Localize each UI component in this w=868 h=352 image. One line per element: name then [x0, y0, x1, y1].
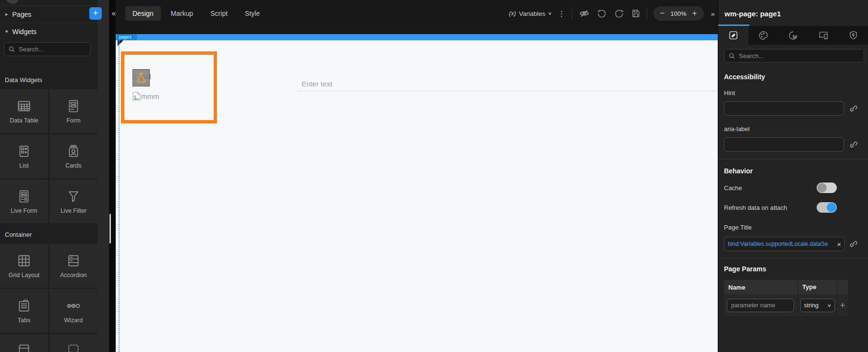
clear-bind-icon[interactable]: ×: [837, 240, 841, 248]
cache-toggle[interactable]: [817, 182, 837, 193]
sidebar-edge-strip: [97, 0, 109, 352]
panel-resize-handle[interactable]: [109, 214, 111, 243]
param-type-select[interactable]: string ∨: [800, 299, 835, 312]
page-tab[interactable]: page1: [117, 34, 137, 40]
page-selection-outline: [119, 40, 120, 352]
palette-icon: [758, 30, 769, 41]
pencil-square-icon: [728, 30, 738, 40]
accordion-icon: [66, 253, 81, 268]
widgets-section-header[interactable]: ▾ Widgets: [0, 23, 97, 40]
group-label-data-widgets: Data Widgets: [0, 71, 97, 88]
add-param-button[interactable]: +: [840, 301, 845, 310]
cache-label: Cache: [724, 184, 742, 192]
search-icon: [729, 53, 735, 59]
preview-toggle-button[interactable]: [579, 8, 590, 19]
widget-tile-label: Wizard: [64, 317, 83, 324]
widget-tile-list[interactable]: List: [0, 134, 48, 178]
widget-tile-container[interactable]: [49, 334, 97, 352]
caret-down-icon: ▾: [5, 28, 8, 35]
picture-widget[interactable]: mmm: [133, 92, 159, 101]
top-toolbar: Design Markup Script Style (x) Variables…: [116, 0, 718, 34]
zoom-in-button[interactable]: +: [692, 9, 697, 18]
widget-tile-data-table[interactable]: Data Table: [0, 89, 48, 133]
form-icon: [66, 98, 81, 114]
tab-script[interactable]: Script: [203, 6, 235, 21]
chevron-down-icon: ∨: [827, 303, 832, 308]
widget-search-input[interactable]: [19, 46, 86, 53]
inspector-tabs: [718, 26, 868, 45]
page-title-bind-input[interactable]: bind:Variables.supportedLocale.dataSe ×: [724, 237, 845, 251]
widget-tile-label: Live Form: [11, 208, 37, 214]
hint-bind-button[interactable]: [849, 104, 857, 113]
tab-styles[interactable]: [748, 26, 779, 45]
design-canvas[interactable]: page1 Label mmm Enter text: [116, 34, 718, 352]
widget-search: [4, 42, 91, 56]
container-widgets-grid-overflow: [0, 334, 97, 352]
pages-section-header[interactable]: ▸ Pages: [0, 5, 97, 23]
chevron-down-icon: ∨: [548, 11, 552, 16]
widget-tile-label: Form: [66, 118, 80, 124]
widget-tile-form[interactable]: Form: [49, 89, 97, 133]
variables-dropdown[interactable]: (x) Variables ∨: [509, 10, 551, 17]
param-name-input[interactable]: [727, 299, 794, 312]
page-title-bind-button[interactable]: [849, 240, 857, 248]
tab-security[interactable]: [838, 26, 868, 45]
widget-tile-live-filter[interactable]: Live Filter: [49, 180, 97, 223]
widget-tile-tabs[interactable]: Tabs: [0, 289, 48, 333]
page-params-table: Name Type string ∨ +: [724, 280, 848, 316]
widget-tile-grid-layout[interactable]: Grid Layout: [0, 244, 48, 288]
toolbar-divider: [572, 7, 572, 20]
refresh-data-label: Refresh data on attach: [724, 204, 787, 211]
panel-title: wm-page: page1: [724, 10, 781, 18]
column-header-name: Name: [724, 284, 797, 291]
toolbar-actions: (x) Variables ∨ ⋮: [509, 0, 716, 27]
section-divider: [718, 159, 868, 159]
text-input-widget[interactable]: Enter text: [298, 76, 718, 91]
app-root: ▸ Pages + ▾ Widgets Data Widgets Data Ta…: [0, 0, 868, 352]
tab-markup[interactable]: Markup: [164, 6, 201, 21]
widget-tile-accordion[interactable]: Accordion: [49, 244, 97, 288]
broken-image-icon: [133, 92, 141, 101]
tab-design[interactable]: Design: [125, 6, 161, 21]
collapse-inspector-button[interactable]: »: [710, 10, 716, 18]
icon-widget[interactable]: [133, 69, 150, 86]
tab-devices[interactable]: [808, 26, 839, 45]
tab-style[interactable]: Style: [238, 6, 267, 21]
flask-icon: [135, 72, 147, 84]
avatar: [6, 0, 19, 4]
bind-expression: bind:Variables.supportedLocale.dataSe: [728, 241, 834, 247]
widget-tile-panel[interactable]: [0, 334, 48, 352]
collapse-sidebar-button[interactable]: «: [108, 8, 119, 19]
eye-off-icon: [579, 8, 590, 19]
section-divider: [718, 258, 868, 258]
tab-events[interactable]: [778, 26, 808, 45]
undo-icon: [596, 8, 607, 19]
selected-widget-outline[interactable]: Label mmm: [121, 51, 217, 123]
aria-label-input[interactable]: [724, 137, 844, 152]
save-button[interactable]: [631, 9, 640, 18]
zoom-out-button[interactable]: −: [660, 9, 665, 18]
properties-search: [724, 49, 864, 62]
widget-sidebar: ▸ Pages + ▾ Widgets Data Widgets Data Ta…: [0, 0, 97, 352]
properties-search-input[interactable]: [739, 52, 859, 60]
add-page-button[interactable]: +: [89, 7, 102, 20]
refresh-data-toggle[interactable]: [817, 202, 837, 213]
toggle-knob: [827, 203, 836, 212]
widget-tile-wizard[interactable]: Wizard: [49, 289, 97, 333]
more-options-button[interactable]: ⋮: [558, 9, 566, 18]
widget-tile-cards[interactable]: Cards: [49, 134, 97, 178]
widget-tile-label: Grid Layout: [9, 272, 40, 279]
page-params-row: string ∨ +: [724, 294, 848, 316]
aria-label-bind-button[interactable]: [849, 140, 857, 149]
widget-tile-live-form[interactable]: Live Form: [0, 180, 48, 223]
column-header-type: Type: [797, 280, 837, 294]
hint-input[interactable]: [724, 101, 844, 116]
undo-button[interactable]: [596, 8, 607, 19]
search-icon: [9, 46, 15, 52]
redo-button[interactable]: [614, 8, 625, 19]
panel-icon: [16, 341, 32, 352]
tab-properties[interactable]: [718, 26, 748, 45]
properties-panel: wm-page: page1: [718, 0, 868, 352]
link-icon: [849, 140, 857, 149]
widget-tile-label: Accordion: [60, 272, 87, 279]
